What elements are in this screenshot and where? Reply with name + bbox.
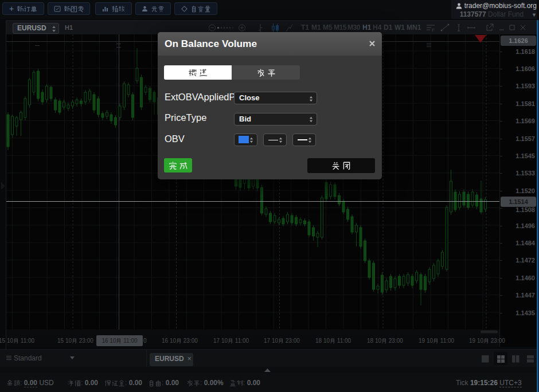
svg-text:F: F — [432, 28, 435, 33]
